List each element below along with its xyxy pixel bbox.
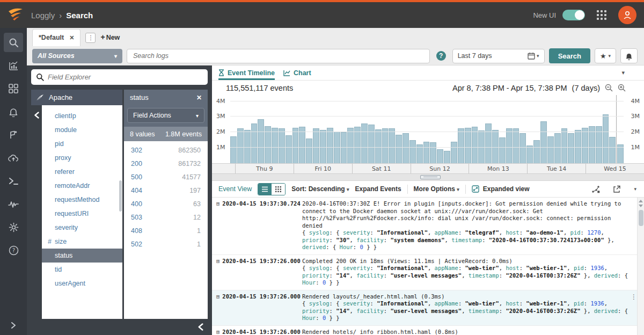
chart-bar[interactable] (561, 128, 568, 163)
chart-bar[interactable] (382, 128, 389, 163)
chart-bar[interactable] (244, 130, 251, 163)
chart-bar[interactable] (313, 128, 319, 163)
time-range-picker[interactable]: Last 7 days ▾ (452, 49, 545, 63)
derived-fields-icon[interactable] (591, 185, 600, 193)
export-icon[interactable] (613, 185, 621, 193)
chart-bar[interactable] (258, 119, 264, 163)
tab-close-icon[interactable]: ✕ (69, 34, 74, 41)
field-item-severity[interactable]: severity (42, 221, 122, 235)
search-input[interactable] (127, 49, 430, 63)
zoom-out-icon[interactable] (605, 84, 613, 92)
list-view-button[interactable] (258, 184, 272, 195)
nav-live-tail-terminal-icon[interactable] (4, 171, 23, 191)
status-value[interactable]: 502 (131, 241, 142, 248)
chart-bar[interactable] (230, 136, 237, 164)
chart-bar[interactable] (506, 128, 513, 163)
zoom-in-icon[interactable] (618, 84, 626, 92)
field-explorer-search[interactable] (31, 69, 208, 85)
field-item-requestURI[interactable]: requestURI (42, 207, 122, 221)
expand-event-icon[interactable]: ⊞ (216, 329, 219, 335)
chart-bar[interactable] (251, 123, 258, 163)
day-axis-label[interactable]: Wed 15 (586, 164, 644, 173)
collapse-timeline-caret-icon[interactable]: ▾ (621, 69, 625, 76)
chart-bar[interactable] (299, 127, 305, 163)
event-list-scrollbar[interactable] (637, 198, 644, 335)
chart-bar[interactable] (361, 123, 368, 163)
chart-bar[interactable] (465, 128, 471, 163)
day-axis-label[interactable]: Mon 13 (469, 164, 528, 173)
expand-event-icon[interactable]: ⊞ (216, 293, 219, 301)
field-item-requestMethod[interactable]: requestMethod (42, 193, 122, 207)
chart-bar[interactable] (519, 133, 526, 163)
grid-view-button[interactable] (272, 184, 285, 195)
field-explorer-input[interactable] (48, 73, 203, 81)
field-actions-dropdown[interactable]: Field Actions ▾ (127, 108, 204, 123)
field-item-referer[interactable]: referer (42, 165, 122, 179)
chart-bar[interactable] (292, 128, 299, 163)
day-axis-label[interactable]: Thu 9 (236, 164, 294, 173)
chart-bar[interactable] (485, 123, 492, 163)
nav-settings-gear-icon[interactable] (4, 217, 23, 237)
explorer-collapse-strip[interactable] (31, 105, 42, 319)
field-item-tid[interactable]: tid (42, 263, 122, 276)
field-item-proxy[interactable]: proxy (42, 151, 122, 165)
field-item-userAgent[interactable]: userAgent (42, 276, 122, 290)
day-axis-label[interactable]: Sat 11 (353, 164, 411, 173)
chart-bar[interactable] (451, 142, 457, 163)
field-item-pid[interactable]: pid (42, 137, 122, 151)
tab-menu-button[interactable]: ⋮ (85, 33, 96, 43)
chart-bar[interactable] (554, 133, 561, 163)
nav-archive-cloud-icon[interactable] (4, 148, 23, 168)
nav-dashboards-icon[interactable] (4, 79, 23, 98)
row-menu-kebab-icon[interactable]: ⋮ (631, 294, 637, 301)
field-item-status[interactable]: status (42, 249, 122, 263)
chart-scroll-handle[interactable] (420, 175, 441, 179)
chart-bar[interactable] (575, 130, 581, 163)
status-value[interactable]: 500 (131, 173, 142, 181)
chart-bar[interactable] (423, 142, 430, 163)
chart-bar[interactable] (603, 114, 609, 163)
solarwinds-logo-icon[interactable] (6, 7, 25, 23)
all-sources-dropdown[interactable]: All Sources ▾ (32, 49, 122, 63)
chart-bar[interactable] (499, 137, 506, 163)
event-row[interactable]: ⊞2020-04-15 19:37:26.000Rendered hotels/… (212, 326, 637, 335)
status-value[interactable]: 503 (131, 214, 142, 221)
status-value[interactable]: 200 (131, 160, 142, 168)
nav-search-icon[interactable] (4, 33, 23, 52)
more-options-dropdown[interactable]: More Options ▾ (414, 185, 459, 193)
event-row[interactable]: ⊞2020-04-15 19:37:30.7242020-04-16T00:37… (212, 198, 637, 255)
chart-bar[interactable] (526, 145, 533, 163)
chart-bar[interactable] (547, 136, 554, 164)
status-value[interactable]: 302 (131, 147, 142, 154)
chart-bar[interactable] (540, 121, 547, 163)
scroll-down-arrow[interactable] (639, 205, 643, 207)
nav-charts-icon[interactable] (4, 56, 23, 75)
chart-bar[interactable] (375, 129, 382, 164)
chart-bar[interactable] (437, 149, 443, 163)
field-group-header-apache[interactable]: Apache (31, 90, 122, 105)
chart-bar[interactable] (327, 128, 333, 163)
chart-bar[interactable] (409, 140, 416, 163)
app-grid-icon[interactable] (597, 10, 606, 20)
chart-bar[interactable] (472, 127, 478, 163)
saved-searches-star-button[interactable]: ★ ▾ (595, 48, 616, 63)
nav-help-icon[interactable]: ? (4, 241, 23, 260)
chart-bar[interactable] (492, 130, 499, 163)
chart-bar[interactable] (430, 142, 436, 163)
chart-bar[interactable] (402, 133, 409, 163)
alert-bell-button[interactable] (620, 48, 638, 63)
field-item-clientIp[interactable]: clientIp (42, 109, 122, 123)
chart-bar[interactable] (458, 128, 464, 163)
chart-bar[interactable] (389, 128, 395, 163)
tab-event-timeline[interactable]: Event Timeline (218, 65, 275, 80)
nav-anomalies-pulse-icon[interactable] (4, 194, 23, 214)
chart-bar[interactable] (272, 128, 278, 163)
chart-bar[interactable] (237, 128, 244, 163)
chart-bar[interactable] (582, 128, 588, 163)
status-value[interactable]: 404 (131, 187, 142, 194)
chart-bar[interactable] (444, 151, 450, 163)
collapse-events-caret-icon[interactable]: ▾ (634, 186, 636, 192)
chart-bar[interactable] (341, 132, 347, 163)
chart-bar[interactable] (568, 133, 574, 163)
expand-events-button[interactable]: Expand Events (355, 185, 401, 193)
